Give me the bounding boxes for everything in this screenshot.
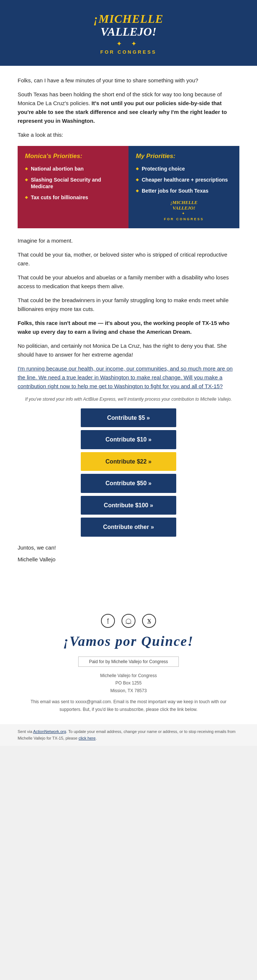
cta-link[interactable]: I'm running because our health, our inco…: [17, 365, 233, 389]
footer-privacy-note: This email was sent to xxxxx@gmail.com. …: [0, 698, 257, 721]
para7: Folks, this race isn't about me — it's a…: [17, 319, 240, 336]
para6: That could be the breadwinners in your f…: [17, 296, 240, 313]
email-body: Folks, can I have a few minutes of your …: [0, 66, 257, 577]
right-item-3: Better jobs for South Texas: [136, 188, 232, 194]
closing-line1: Juntos, we can!: [17, 543, 240, 552]
mini-logo-line1: ¡MICHELLE: [136, 200, 232, 205]
address-line1: Michelle Vallejo for Congress: [22, 672, 235, 679]
sent-via-text: Sent via: [17, 729, 33, 734]
footer-address: Michelle Vallejo for Congress PO Box 125…: [0, 672, 257, 698]
email-header: ¡MICHELLE VALLEJO! ✦ ✦ FOR CONGRESS: [0, 0, 257, 66]
left-item-1: National abortion ban: [25, 165, 121, 172]
social-icons-row: f ◯ 𝕏: [0, 614, 257, 628]
comparison-right-col: My Priorities: Protecting choice Cheaper…: [128, 146, 240, 228]
closing-block: Juntos, we can! Michelle Vallejo: [17, 543, 240, 564]
mini-star: ✦: [136, 211, 232, 216]
footer-spacer: [0, 577, 257, 606]
para2: Take a look at this:: [17, 130, 240, 139]
cta-link-paragraph: I'm running because our health, our inco…: [17, 364, 240, 391]
facebook-letter: f: [107, 617, 109, 624]
address-line3: Mission, TX 78573: [22, 687, 235, 694]
paid-for-box: Paid for by Michelle Vallejo for Congres…: [78, 657, 178, 667]
actblue-note: If you've stored your info with ActBlue …: [17, 396, 240, 403]
para5: That could be your abuelos and abuelas o…: [17, 273, 240, 291]
logo-name-line1: ¡MICHELLE: [94, 13, 163, 25]
header-logo: ¡MICHELLE VALLEJO! ✦ ✦ FOR CONGRESS: [86, 9, 171, 59]
logo-star: ✦ ✦: [94, 40, 163, 48]
left-item-2: Slashing Social Security and Medicare: [25, 177, 121, 190]
contribute-other-button[interactable]: Contribute other »: [81, 517, 176, 537]
left-col-header: Monica's Priorities:: [25, 153, 121, 160]
right-col-header: My Priorities:: [136, 153, 232, 160]
contribute-5-button[interactable]: Contribute $5 »: [81, 408, 176, 428]
right-item-1: Protecting choice: [136, 165, 232, 172]
email-container: ¡MICHELLE VALLEJO! ✦ ✦ FOR CONGRESS Folk…: [0, 0, 257, 746]
logo-exclaim-end: !: [152, 25, 156, 38]
footer-bottom: Sent via ActionNetwork.org. To update yo…: [0, 724, 257, 746]
contribute-50-button[interactable]: Contribute $50 »: [81, 474, 176, 493]
twitter-letter: 𝕏: [147, 618, 151, 624]
comparison-left-col: Monica's Priorities: National abortion b…: [17, 146, 128, 228]
logo-for-congress: FOR CONGRESS: [94, 49, 163, 55]
right-item-2: Cheaper healthcare + prescriptions: [136, 177, 232, 183]
logo-name-line2: VALLEJO!: [94, 25, 163, 38]
closing-line2: Michelle Vallejo: [17, 555, 240, 564]
intro-paragraph: Folks, can I have a few minutes of your …: [17, 76, 240, 85]
mini-logo: ¡MICHELLE VALLEJO! ✦ FOR CONGRESS: [136, 200, 232, 222]
contribute-100-button[interactable]: Contribute $100 »: [81, 496, 176, 515]
logo-michelle: MICHELLE: [98, 12, 163, 25]
facebook-icon[interactable]: f: [101, 614, 115, 628]
click-here-link[interactable]: click here: [79, 736, 95, 740]
paid-for-wrapper: Paid for by Michelle Vallejo for Congres…: [0, 652, 257, 672]
vamos-tagline: ¡Vamos por Quince!: [0, 633, 257, 649]
para8: No politician, and certainly not Monica …: [17, 342, 240, 359]
logo-exclaim-top: ¡: [94, 12, 98, 25]
para3: Imagine for a moment.: [17, 236, 240, 245]
comparison-table: Monica's Priorities: National abortion b…: [17, 146, 240, 228]
para7-bold: Folks, this race isn't about me — it's a…: [17, 320, 230, 335]
address-line2: PO Box 1255: [22, 679, 235, 687]
actionnetwork-link[interactable]: ActionNetwork.org: [33, 729, 66, 734]
mini-fc: FOR CONGRESS: [136, 216, 232, 222]
donate-buttons-container: Contribute $5 » Contribute $10 » Contrib…: [17, 408, 240, 537]
twitter-icon[interactable]: 𝕏: [142, 614, 156, 628]
para1: South Texas has been holding the short e…: [17, 90, 240, 125]
mini-logo-line2: VALLEJO!: [136, 205, 232, 211]
para4: That could be your tia, mother, or belov…: [17, 250, 240, 268]
logo-vallejo: VALLEJO: [101, 25, 152, 38]
footer-social: f ◯ 𝕏 ¡Vamos por Quince! Paid for by Mic…: [0, 606, 257, 724]
contribute-10-button[interactable]: Contribute $10 »: [81, 430, 176, 449]
instagram-icon[interactable]: ◯: [122, 614, 135, 628]
left-item-3: Tax cuts for billionaires: [25, 194, 121, 201]
sent-via-period: .: [95, 736, 97, 740]
contribute-22-button[interactable]: Contribute $22 »: [81, 452, 176, 471]
instagram-symbol: ◯: [125, 618, 132, 624]
